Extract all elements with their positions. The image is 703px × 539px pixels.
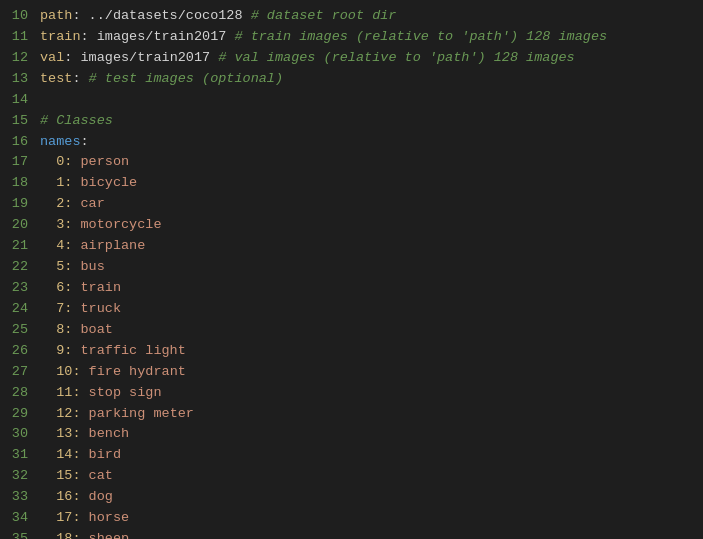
line-number: 18 — [0, 173, 28, 194]
line-number: 27 — [0, 362, 28, 383]
code-token: 9: — [56, 341, 72, 362]
code-token — [40, 152, 56, 173]
code-token: 5: — [56, 257, 72, 278]
code-line: 32 15: cat — [0, 466, 703, 487]
code-token: bird — [81, 445, 122, 466]
code-line: 30 13: bench — [0, 424, 703, 445]
code-token: path — [40, 6, 72, 27]
line-number: 33 — [0, 487, 28, 508]
line-number: 22 — [0, 257, 28, 278]
code-token: 15: — [56, 466, 80, 487]
line-number: 19 — [0, 194, 28, 215]
code-token: 16: — [56, 487, 80, 508]
code-token — [40, 278, 56, 299]
code-line: 17 0: person — [0, 152, 703, 173]
code-line: 11train: images/train2017 # train images… — [0, 27, 703, 48]
code-token: truck — [72, 299, 121, 320]
code-token: test — [40, 69, 72, 90]
code-line: 35 18: sheep — [0, 529, 703, 539]
code-token — [40, 236, 56, 257]
code-token: 2: — [56, 194, 72, 215]
code-token: bicycle — [72, 173, 137, 194]
code-line: 19 2: car — [0, 194, 703, 215]
code-token: 18: — [56, 529, 80, 539]
code-line: 16names: — [0, 132, 703, 153]
code-line: 15# Classes — [0, 111, 703, 132]
code-token: names — [40, 132, 81, 153]
code-token — [40, 508, 56, 529]
line-number: 34 — [0, 508, 28, 529]
code-token: horse — [81, 508, 130, 529]
code-token: 6: — [56, 278, 72, 299]
code-token: 3: — [56, 215, 72, 236]
code-editor: 10path: ../datasets/coco128 # dataset ro… — [0, 6, 703, 539]
line-number: 31 — [0, 445, 28, 466]
code-token: dog — [81, 487, 113, 508]
code-token: : — [81, 132, 89, 153]
code-line: 24 7: truck — [0, 299, 703, 320]
code-token — [40, 320, 56, 341]
code-token — [40, 445, 56, 466]
code-token — [40, 194, 56, 215]
code-token: 13: — [56, 424, 80, 445]
line-number: 21 — [0, 236, 28, 257]
line-number: 35 — [0, 529, 28, 539]
code-token — [40, 404, 56, 425]
code-token: 11: — [56, 383, 80, 404]
line-number: 28 — [0, 383, 28, 404]
code-token: val — [40, 48, 64, 69]
code-token: 1: — [56, 173, 72, 194]
code-token: 4: — [56, 236, 72, 257]
line-number: 11 — [0, 27, 28, 48]
line-number: 17 — [0, 152, 28, 173]
code-line: 20 3: motorcycle — [0, 215, 703, 236]
code-line: 13test: # test images (optional) — [0, 69, 703, 90]
code-line: 25 8: boat — [0, 320, 703, 341]
code-token: person — [72, 152, 129, 173]
code-token — [40, 383, 56, 404]
code-line: 28 11: stop sign — [0, 383, 703, 404]
code-token: traffic light — [72, 341, 185, 362]
line-number: 20 — [0, 215, 28, 236]
line-number: 23 — [0, 278, 28, 299]
code-token: 10: — [56, 362, 80, 383]
code-token: # test images (optional) — [89, 69, 283, 90]
code-token — [40, 299, 56, 320]
code-line: 18 1: bicycle — [0, 173, 703, 194]
line-number: 14 — [0, 90, 28, 111]
code-token — [40, 257, 56, 278]
code-token — [40, 362, 56, 383]
code-token: parking meter — [81, 404, 194, 425]
code-token: motorcycle — [72, 215, 161, 236]
code-token: # dataset root dir — [251, 6, 397, 27]
code-token: 7: — [56, 299, 72, 320]
line-number: 24 — [0, 299, 28, 320]
code-line: 29 12: parking meter — [0, 404, 703, 425]
code-token: # val images (relative to 'path') 128 im… — [218, 48, 574, 69]
code-token: : images/train2017 — [64, 48, 218, 69]
line-number: 16 — [0, 132, 28, 153]
code-line: 26 9: traffic light — [0, 341, 703, 362]
code-token: bus — [72, 257, 104, 278]
code-token — [40, 487, 56, 508]
code-line: 33 16: dog — [0, 487, 703, 508]
code-token: car — [72, 194, 104, 215]
code-token: # train images (relative to 'path') 128 … — [234, 27, 607, 48]
code-token: 0: — [56, 152, 72, 173]
code-line: 27 10: fire hydrant — [0, 362, 703, 383]
code-line: 12val: images/train2017 # val images (re… — [0, 48, 703, 69]
code-token — [40, 529, 56, 539]
line-number: 32 — [0, 466, 28, 487]
code-line: 34 17: horse — [0, 508, 703, 529]
code-token — [40, 173, 56, 194]
line-number: 15 — [0, 111, 28, 132]
code-token: 12: — [56, 404, 80, 425]
code-line: 21 4: airplane — [0, 236, 703, 257]
code-token: stop sign — [81, 383, 162, 404]
code-token: : images/train2017 — [81, 27, 235, 48]
code-token: 8: — [56, 320, 72, 341]
code-token: # Classes — [40, 111, 113, 132]
code-line: 22 5: bus — [0, 257, 703, 278]
code-token: boat — [72, 320, 113, 341]
code-token: train — [72, 278, 121, 299]
